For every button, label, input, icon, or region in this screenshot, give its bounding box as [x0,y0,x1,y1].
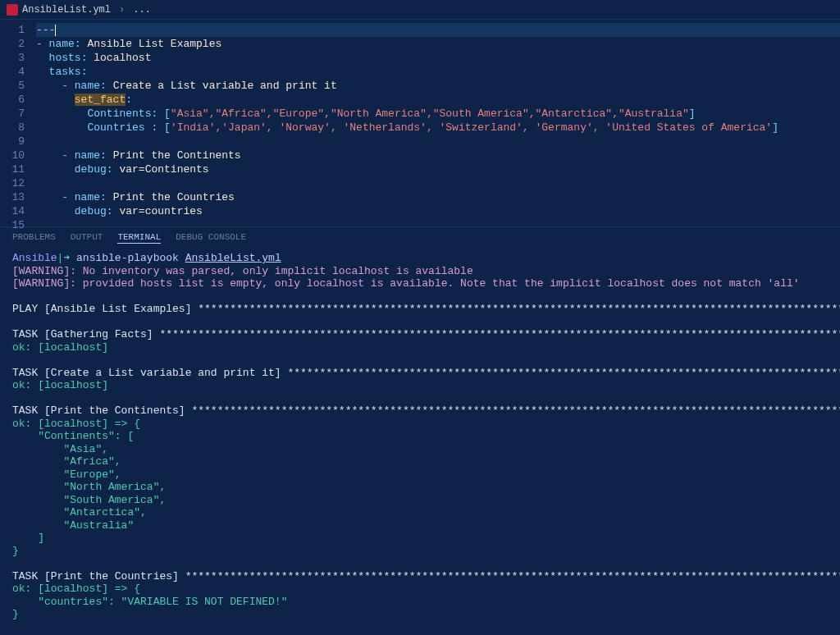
line-number: 14 [0,204,25,218]
line-number: 2 [0,37,25,51]
line-number: 11 [0,162,25,176]
line-number: 9 [0,135,25,148]
tab-debug-console[interactable]: DEBUG CONSOLE [176,232,246,244]
code-editor[interactable]: 1 2 3 4 5 6 7 8 9 10 11 12 13 14 15 --- … [0,20,840,226]
code-content[interactable]: --- - name: Ansible List Examples hosts:… [36,20,840,226]
code-line[interactable]: debug: var=Continents [36,162,840,176]
code-line[interactable] [36,218,840,232]
code-line[interactable]: Continents: ["Asia","Africa","Europe","N… [36,107,840,121]
line-number-gutter: 1 2 3 4 5 6 7 8 9 10 11 12 13 14 15 [0,20,36,226]
code-line[interactable]: - name: Print the Countries [36,190,840,204]
line-number: 1 [0,23,25,37]
line-number: 7 [0,107,25,121]
terminal-output[interactable]: Ansible|➜ ansible-playbook AnsibleList.y… [0,249,840,635]
code-line[interactable] [36,135,840,148]
tab-bar: AnsibleList.yml › ... [0,0,840,20]
line-number: 6 [0,93,25,107]
line-number: 13 [0,190,25,204]
code-line[interactable]: --- [36,23,840,37]
line-number: 10 [0,148,25,162]
line-number: 12 [0,176,25,190]
tab-output[interactable]: OUTPUT [71,232,103,244]
code-line[interactable]: Countries : ['India','Japan', 'Norway', … [36,121,840,135]
code-line[interactable]: debug: var=countries [36,204,840,218]
code-line[interactable]: - name: Print the Continents [36,148,840,162]
code-line[interactable]: - name: Create a List variable and print… [36,79,840,93]
breadcrumb-separator: › [119,4,125,16]
line-number: 3 [0,51,25,65]
code-line[interactable]: set_fact: [36,93,840,107]
tab-terminal[interactable]: TERMINAL [117,232,161,244]
code-line[interactable]: - name: Ansible List Examples [36,37,840,51]
tab-filename: AnsibleList.yml [22,4,111,16]
code-line[interactable]: hosts: localhost [36,51,840,65]
code-line[interactable]: tasks: [36,65,840,79]
line-number: 5 [0,79,25,93]
file-tab[interactable]: AnsibleList.yml › ... [0,2,158,18]
line-number: 4 [0,65,25,79]
yaml-file-icon [7,4,18,16]
code-line[interactable] [36,176,840,190]
breadcrumb-more: ... [133,4,151,16]
line-number: 15 [0,218,25,232]
tab-problems[interactable]: PROBLEMS [12,232,56,244]
line-number: 8 [0,121,25,135]
